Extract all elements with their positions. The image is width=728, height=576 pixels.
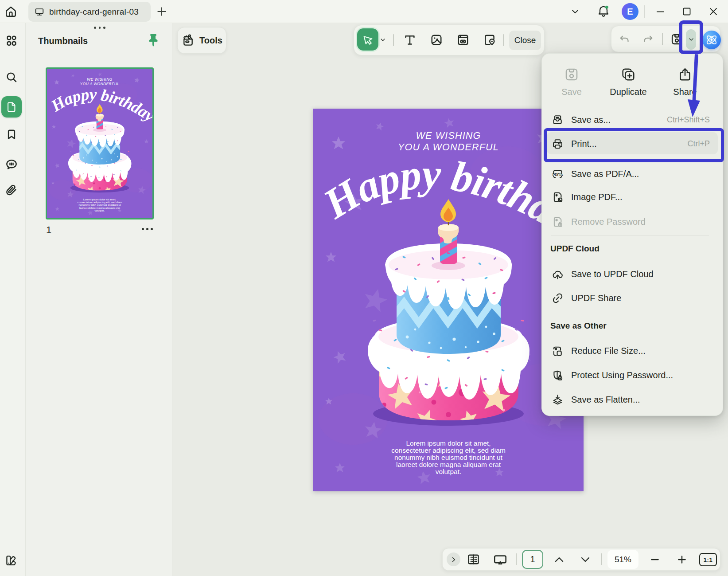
- chevron-down-icon: [380, 37, 385, 43]
- menu-item-save-as-flatten[interactable]: Save as Flatten...: [551, 388, 713, 411]
- swatches-icon: [5, 554, 17, 567]
- minimize-button[interactable]: [655, 6, 666, 17]
- menu-item-remove-password: Remove Password: [551, 210, 713, 234]
- apps-grid-icon: [5, 34, 18, 47]
- titlebar-collapse-button[interactable]: [570, 7, 580, 16]
- maximize-button[interactable]: [681, 6, 692, 17]
- page-layout-button[interactable]: [466, 552, 481, 567]
- place-tool-button[interactable]: [483, 33, 497, 47]
- thumbnail-page-number: 1: [46, 224, 51, 236]
- actual-size-button[interactable]: 1:1: [699, 553, 717, 566]
- tab-title: birthday-card-genral-03: [49, 7, 139, 17]
- home-button[interactable]: [4, 4, 18, 19]
- tools-button[interactable]: Tools: [177, 27, 226, 54]
- redo-button[interactable]: [642, 33, 655, 46]
- bell-icon: [597, 4, 610, 19]
- sidebar-item-themes[interactable]: [5, 554, 18, 568]
- shield-lock-icon: [551, 369, 564, 382]
- menu-item-updf-share[interactable]: UPDF Share: [551, 286, 713, 310]
- avatar[interactable]: E: [622, 3, 638, 20]
- annotation-box-print: [544, 128, 724, 162]
- menu-item-image-pdf[interactable]: Image PDF...: [551, 185, 713, 209]
- comment-icon: [5, 158, 18, 171]
- link-tool-icon: [456, 33, 470, 47]
- menu-quick-save: Save: [543, 67, 600, 97]
- notifications-button[interactable]: [597, 4, 610, 19]
- page-number: 1: [530, 554, 535, 564]
- undo-button[interactable]: [618, 33, 631, 46]
- search-icon: [5, 71, 18, 84]
- home-icon: [4, 5, 17, 18]
- select-cursor-icon: [361, 33, 374, 46]
- save-as-icon: [551, 114, 564, 126]
- menu-section-updf-cloud: UPDF Cloud: [550, 244, 600, 254]
- zoom-in-button[interactable]: [677, 554, 687, 565]
- thumbnail-options-button[interactable]: [142, 224, 155, 233]
- menu-item-protect-using-password[interactable]: Protect Using Password...: [551, 363, 713, 387]
- text-tool-button[interactable]: [403, 33, 417, 47]
- present-icon: [493, 552, 508, 567]
- redo-icon: [642, 33, 655, 46]
- ai-assistant-button[interactable]: [702, 31, 721, 49]
- page-number-input[interactable]: 1: [522, 550, 543, 569]
- statusbar-expand-button[interactable]: [447, 552, 460, 566]
- toolbar-divider: [662, 33, 663, 45]
- flatten-icon: [551, 393, 564, 406]
- bookmark-icon: [5, 128, 18, 141]
- close-button[interactable]: Close: [509, 31, 541, 50]
- sidebar-item-comments[interactable]: [5, 158, 18, 171]
- sidebar-item-pages[interactable]: [1, 96, 22, 118]
- ai-assistant-icon: [702, 31, 721, 49]
- remove-password-icon: [551, 216, 564, 228]
- pin-icon: [147, 33, 160, 48]
- monitor-icon: [35, 7, 44, 17]
- sidebar-item-dashboard[interactable]: [5, 34, 18, 47]
- plus-icon: [156, 6, 167, 17]
- sidebar-item-bookmarks[interactable]: [5, 128, 18, 141]
- close-label: Close: [514, 35, 536, 45]
- book-view-icon: [466, 552, 481, 567]
- close-icon: [708, 6, 719, 17]
- link-tool-button[interactable]: [456, 33, 470, 47]
- next-page-button[interactable]: [580, 555, 591, 564]
- statusbar-divider: [516, 553, 517, 565]
- menu-item-reduce-file-size[interactable]: Reduce File Size...: [551, 339, 713, 363]
- pin-panel-button[interactable]: [147, 33, 160, 48]
- image-tool-icon: [430, 33, 443, 47]
- chevron-down-icon: [570, 7, 580, 16]
- window-close-button[interactable]: [708, 6, 719, 17]
- tools-label: Tools: [199, 35, 222, 46]
- zoom-out-button[interactable]: [650, 555, 660, 564]
- new-tab-button[interactable]: [156, 6, 167, 17]
- menu-item-save-to-updf-cloud[interactable]: Save to UPDF Cloud: [551, 262, 713, 286]
- sidebar-divider: [4, 57, 17, 57]
- document-tab[interactable]: birthday-card-genral-03: [28, 2, 151, 22]
- image-pdf-icon: [551, 191, 564, 204]
- previous-page-button[interactable]: [554, 555, 564, 564]
- minus-icon: [650, 555, 660, 564]
- menu-quick-duplicate[interactable]: Duplicate: [600, 67, 657, 97]
- app-window: WE WISHING YOU A WONDERFUL Happy birthda…: [0, 0, 728, 576]
- panel-drag-handle[interactable]: [94, 27, 110, 29]
- chevron-down-icon: [580, 555, 591, 564]
- menu-item-save-as-pdfa[interactable]: PDF/A Save as PDF/A...: [551, 162, 713, 186]
- duplicate-icon: [620, 67, 636, 82]
- link-icon: [551, 292, 564, 305]
- presentation-button[interactable]: [493, 552, 508, 567]
- page-thumbnail[interactable]: [46, 67, 154, 219]
- tools-icon: [181, 34, 195, 47]
- toolbar-divider: [393, 34, 394, 46]
- select-tool-dropdown[interactable]: [379, 35, 387, 44]
- thumbnail-card-art: [47, 69, 152, 218]
- menu-divider: [551, 312, 709, 312]
- reduce-size-icon: [551, 345, 564, 357]
- document-icon: [5, 101, 18, 113]
- text-tool-icon: [403, 33, 417, 47]
- sidebar-item-search[interactable]: [5, 71, 18, 84]
- zoom-level-input[interactable]: 51%: [607, 550, 638, 569]
- image-tool-button[interactable]: [429, 33, 444, 47]
- zoom-level: 51%: [615, 555, 631, 564]
- select-tool-button[interactable]: [357, 28, 378, 51]
- svg-text:PDF/A: PDF/A: [553, 172, 563, 176]
- sidebar-item-attachments[interactable]: [5, 184, 18, 197]
